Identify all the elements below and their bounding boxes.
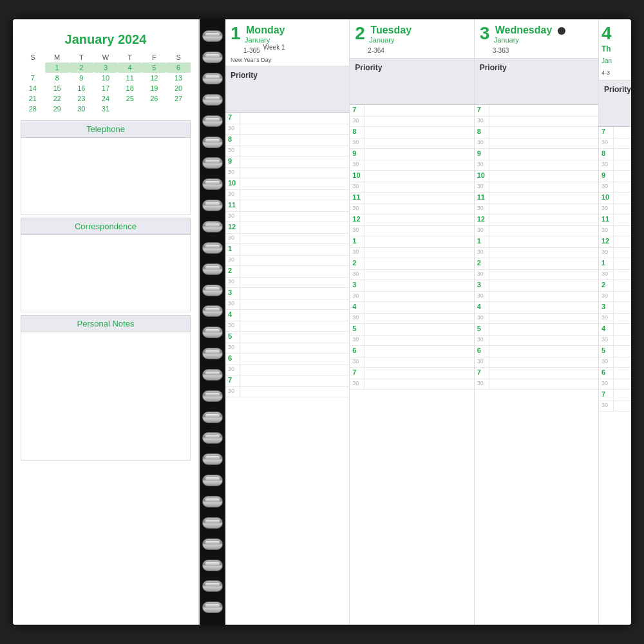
time-thirty-label: 30 bbox=[599, 292, 613, 301]
time-row-thirty: 30 bbox=[350, 117, 473, 127]
time-row-thirty: 30 bbox=[475, 117, 598, 127]
day-number-1: 1 bbox=[231, 24, 241, 43]
time-line bbox=[240, 343, 349, 353]
time-number: 12 bbox=[599, 236, 613, 247]
cal-day: 18 bbox=[118, 83, 142, 93]
time-line bbox=[364, 138, 473, 148]
time-row-thirty: 30 bbox=[599, 336, 631, 346]
coil bbox=[202, 94, 223, 106]
time-row-hour: 9 bbox=[225, 156, 349, 168]
cal-header: S bbox=[166, 52, 191, 62]
time-line bbox=[240, 135, 349, 146]
time-line bbox=[240, 222, 349, 233]
time-number: 10 bbox=[599, 193, 613, 204]
cal-day: 3 bbox=[93, 62, 118, 73]
coil bbox=[202, 115, 223, 127]
time-thirty-label: 30 bbox=[225, 212, 240, 222]
cal-day: 28 bbox=[21, 104, 45, 114]
time-line bbox=[364, 346, 473, 357]
time-number: 7 bbox=[350, 105, 364, 116]
left-page: January 2024 SMTWTFS 1234567891011121314… bbox=[13, 19, 200, 625]
time-slots-wednesday: 7308309301030113012301302303304305306307… bbox=[475, 105, 598, 625]
time-row-thirty: 30 bbox=[350, 336, 473, 346]
time-line bbox=[489, 236, 598, 247]
time-row-thirty: 30 bbox=[475, 270, 598, 280]
time-line bbox=[364, 127, 473, 138]
time-line bbox=[240, 124, 349, 134]
time-number: 1 bbox=[350, 236, 364, 247]
time-row-hour: 8 bbox=[475, 127, 598, 138]
time-row-hour: 11 bbox=[350, 193, 473, 204]
time-line bbox=[613, 226, 631, 236]
time-number: 7 bbox=[475, 105, 489, 116]
time-number: 7 bbox=[475, 368, 489, 379]
time-line bbox=[613, 204, 631, 214]
coil bbox=[202, 178, 223, 190]
day-column-tuesday: 2 Tuesday January 2-364 Priority 7308309… bbox=[350, 19, 474, 625]
time-row-hour: 11 bbox=[225, 200, 349, 212]
time-thirty-label: 30 bbox=[599, 379, 613, 389]
day-header-tuesday: 2 Tuesday January 2-364 bbox=[350, 19, 473, 59]
coil bbox=[202, 263, 223, 275]
time-row-hour: 2 bbox=[475, 258, 598, 270]
time-line bbox=[489, 214, 598, 225]
coil bbox=[202, 412, 223, 423]
planner-outer: January 2024 SMTWTFS 1234567891011121314… bbox=[0, 0, 644, 644]
cal-day: 10 bbox=[93, 73, 118, 83]
time-number: 12 bbox=[225, 222, 240, 233]
time-thirty-label: 30 bbox=[599, 357, 613, 367]
time-row-hour: 5 bbox=[350, 324, 473, 336]
time-line bbox=[240, 146, 349, 156]
time-line bbox=[240, 354, 349, 365]
time-thirty-label: 30 bbox=[350, 379, 364, 389]
time-row-hour: 9 bbox=[475, 149, 598, 160]
time-row-thirty: 30 bbox=[350, 292, 473, 302]
priority-label-monday: Priority bbox=[231, 71, 258, 80]
time-row-thirty: 30 bbox=[599, 357, 631, 368]
cal-day: 5 bbox=[142, 62, 167, 73]
time-row-thirty: 30 bbox=[225, 124, 349, 135]
time-thirty-label: 30 bbox=[475, 138, 489, 148]
cal-day: 24 bbox=[93, 93, 118, 104]
time-row-thirty: 30 bbox=[475, 204, 598, 214]
time-line bbox=[364, 357, 473, 367]
time-thirty-label: 30 bbox=[475, 314, 489, 323]
time-thirty-label: 30 bbox=[475, 117, 489, 126]
time-line bbox=[489, 292, 598, 301]
cal-day: 25 bbox=[118, 93, 142, 104]
time-line bbox=[613, 193, 631, 204]
time-thirty-label: 30 bbox=[599, 138, 613, 148]
time-row-thirty: 30 bbox=[599, 379, 631, 390]
cal-day: 29 bbox=[45, 104, 70, 114]
cal-day: 14 bbox=[21, 83, 45, 93]
time-thirty-label: 30 bbox=[475, 357, 489, 367]
time-row-hour: 11 bbox=[475, 193, 598, 204]
time-row-hour: 4 bbox=[599, 324, 631, 336]
time-number: 11 bbox=[225, 200, 240, 211]
time-row-thirty: 30 bbox=[599, 248, 631, 258]
correspondence-section-label: Correspondence bbox=[21, 218, 191, 235]
cal-day: 7 bbox=[21, 73, 45, 83]
time-thirty-label: 30 bbox=[350, 248, 364, 258]
time-line bbox=[489, 193, 598, 204]
coil bbox=[202, 369, 223, 381]
time-thirty-label: 30 bbox=[599, 401, 613, 411]
time-row-thirty: 30 bbox=[225, 387, 349, 397]
cal-day bbox=[118, 104, 142, 114]
time-thirty-label: 30 bbox=[599, 226, 613, 236]
time-thirty-label: 30 bbox=[225, 343, 240, 353]
cal-header: T bbox=[69, 52, 93, 62]
time-number: 1 bbox=[475, 236, 489, 247]
time-row-hour: 5 bbox=[225, 332, 349, 343]
time-row-thirty: 30 bbox=[475, 379, 598, 390]
time-number: 9 bbox=[350, 149, 364, 160]
time-row-thirty: 30 bbox=[599, 182, 631, 193]
time-line bbox=[489, 160, 598, 170]
time-thirty-label: 30 bbox=[350, 138, 364, 148]
cal-day: 26 bbox=[142, 93, 167, 104]
time-thirty-label: 30 bbox=[225, 124, 240, 134]
time-line bbox=[240, 113, 349, 124]
time-line bbox=[613, 346, 631, 357]
coil bbox=[202, 221, 223, 232]
day-column-thursday-partial: 4 Th Jan 4-3 Priority 730830930103011301… bbox=[599, 19, 631, 625]
